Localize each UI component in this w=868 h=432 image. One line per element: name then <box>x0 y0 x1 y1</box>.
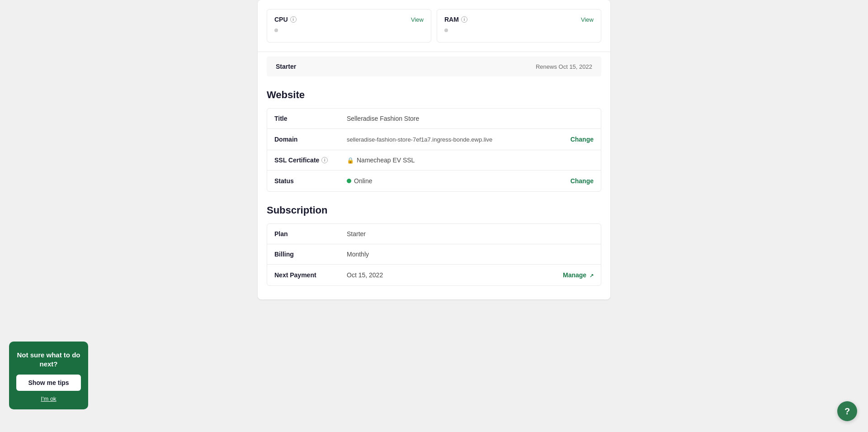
show-tips-button[interactable]: Show me tips <box>16 375 81 391</box>
domain-row: Domain selleradise-fashion-store-7ef1a7.… <box>267 129 601 150</box>
ssl-info-icon[interactable]: i <box>321 157 328 163</box>
ram-dot <box>444 28 448 32</box>
plan-label: Plan <box>274 230 347 237</box>
metrics-row: CPU i View RAM i View <box>258 0 610 52</box>
status-dot-icon <box>347 179 351 183</box>
subscription-table: Plan Starter Billing Monthly Next Paymen… <box>267 223 601 286</box>
domain-change-link[interactable]: Change <box>571 136 594 143</box>
cpu-title: CPU i <box>274 16 297 23</box>
ssl-label: SSL Certificate i <box>274 157 347 164</box>
cpu-dot <box>274 28 278 32</box>
billing-value: Monthly <box>347 251 594 258</box>
ram-card: RAM i View <box>437 9 601 43</box>
plan-bar: Starter Renews Oct 15, 2022 <box>267 57 601 76</box>
status-label: Status <box>274 177 347 185</box>
renews-text: Renews Oct 15, 2022 <box>536 63 592 70</box>
im-ok-link[interactable]: I'm ok <box>16 395 81 402</box>
ssl-value: 🔒 Namecheap EV SSL <box>347 157 594 164</box>
help-button[interactable]: ? <box>837 401 857 421</box>
website-table: Title Selleradise Fashion Store Domain s… <box>267 108 601 192</box>
tooltip-title: Not sure what to do next? <box>16 351 81 368</box>
cpu-view-link[interactable]: View <box>411 16 424 23</box>
next-payment-label: Next Payment <box>274 271 347 279</box>
ram-info-icon[interactable]: i <box>461 16 467 23</box>
ram-view-link[interactable]: View <box>581 16 594 23</box>
billing-row: Billing Monthly <box>267 244 601 265</box>
ssl-row: SSL Certificate i 🔒 Namecheap EV SSL <box>267 150 601 171</box>
plan-value: Starter <box>347 230 594 237</box>
plan-row: Plan Starter <box>267 224 601 244</box>
website-heading: Website <box>258 76 610 108</box>
next-payment-row: Next Payment Oct 15, 2022 Manage ↗ <box>267 265 601 285</box>
status-change-link[interactable]: Change <box>571 177 594 185</box>
plan-name: Starter <box>276 63 296 70</box>
domain-text: selleradise-fashion-store-7ef1a7.ingress… <box>347 136 492 143</box>
status-value: Online <box>347 177 571 185</box>
cpu-label: CPU <box>274 16 288 23</box>
domain-label: Domain <box>274 136 347 143</box>
status-row: Status Online Change <box>267 171 601 191</box>
manage-link[interactable]: Manage ↗ <box>563 271 594 279</box>
title-label: Title <box>274 115 347 122</box>
ram-label: RAM <box>444 16 459 23</box>
ram-title: RAM i <box>444 16 467 23</box>
website-title-row: Title Selleradise Fashion Store <box>267 109 601 129</box>
cpu-card: CPU i View <box>267 9 431 43</box>
domain-value: selleradise-fashion-store-7ef1a7.ingress… <box>347 136 571 143</box>
subscription-heading: Subscription <box>258 192 610 223</box>
title-value: Selleradise Fashion Store <box>347 115 594 122</box>
tooltip-card: Not sure what to do next? Show me tips I… <box>9 342 88 409</box>
cpu-info-icon[interactable]: i <box>290 16 297 23</box>
lock-icon: 🔒 <box>347 157 354 164</box>
external-link-icon: ↗ <box>590 273 594 278</box>
next-payment-value: Oct 15, 2022 <box>347 271 563 279</box>
billing-label: Billing <box>274 251 347 258</box>
